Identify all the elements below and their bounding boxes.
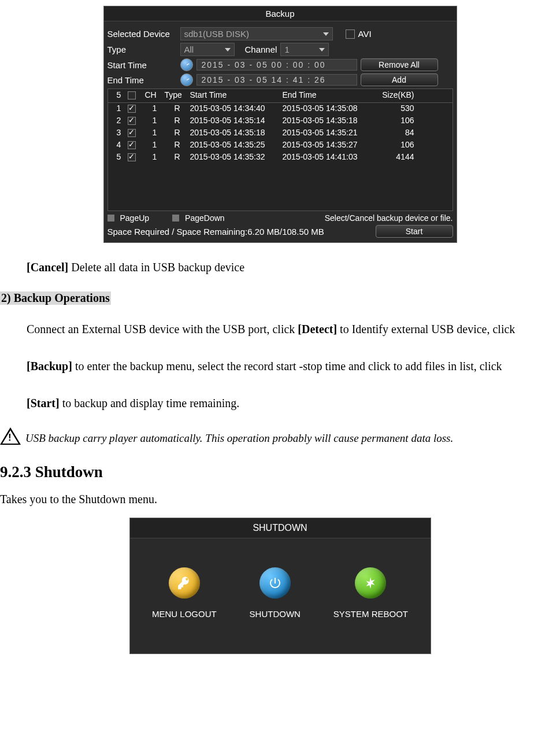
pageup-icon[interactable] <box>107 215 114 222</box>
shutdown-item[interactable]: SHUTDOWN <box>250 567 301 619</box>
start-time-input[interactable]: 2015 - 03 - 05 00 : 00 : 00 <box>196 59 357 71</box>
type-value: All <box>184 45 194 54</box>
cancel-paragraph: [Cancel] Delete all data in USB backup d… <box>27 254 560 280</box>
warning-text: USB backup carry player automatically. T… <box>25 432 453 445</box>
row-size: 106 <box>375 140 421 151</box>
row-size: 84 <box>375 128 421 139</box>
channel-value: 1 <box>284 45 289 54</box>
row-start: 2015-03-05 14:35:18 <box>190 128 283 139</box>
clock-icon <box>180 73 193 86</box>
row-ch: 1 <box>145 104 165 115</box>
pagedown-icon[interactable] <box>172 215 179 222</box>
backup-window: Backup Selected Device sdb1(USB DISK) AV… <box>103 6 457 243</box>
table-row[interactable]: 21R2015-03-05 14:35:142015-03-05 14:35:1… <box>108 115 453 127</box>
shutdown-window: SHUTDOWN MENU LOGOUT SHUTDOWN <box>129 518 431 654</box>
col-ch: CH <box>145 90 165 101</box>
row-type: R <box>165 104 190 115</box>
avi-label: AVI <box>358 29 372 39</box>
row-ch: 1 <box>145 116 165 127</box>
row-idx: 3 <box>110 128 128 139</box>
type-dropdown[interactable]: All <box>180 43 235 56</box>
chevron-down-icon <box>225 48 231 51</box>
row-start: 2015-03-05 14:35:14 <box>190 116 283 127</box>
pagedown-label[interactable]: PageDown <box>185 213 225 223</box>
shutdown-title: SHUTDOWN <box>130 518 431 538</box>
table-row[interactable]: 41R2015-03-05 14:35:252015-03-05 14:35:2… <box>108 139 453 152</box>
row-checkbox[interactable] <box>128 129 136 137</box>
channel-dropdown[interactable]: 1 <box>280 43 329 56</box>
table-row[interactable]: 11R2015-03-05 14:34:402015-03-05 14:35:0… <box>108 103 453 115</box>
col-end: End Time <box>283 90 375 101</box>
hint-text: Select/Cancel backup device or file. <box>325 213 453 223</box>
row-idx: 2 <box>110 116 128 127</box>
row-ch: 1 <box>145 152 165 163</box>
row-end: 2015-03-05 14:35:27 <box>283 140 375 151</box>
pageup-label[interactable]: PageUp <box>120 213 150 223</box>
row-end: 2015-03-05 14:41:03 <box>283 152 375 163</box>
row-ch: 1 <box>145 128 165 139</box>
row-type: R <box>165 128 190 139</box>
row-checkbox[interactable] <box>128 153 136 161</box>
table-row[interactable]: 51R2015-03-05 14:35:322015-03-05 14:41:0… <box>108 152 453 164</box>
end-time-input[interactable]: 2015 - 03 - 05 14 : 41 : 26 <box>196 74 357 86</box>
chevron-down-icon <box>323 32 329 36</box>
row-size: 4144 <box>375 152 421 163</box>
row-end: 2015-03-05 14:35:21 <box>283 128 375 139</box>
row-end: 2015-03-05 14:35:08 <box>283 104 375 115</box>
end-time-label: End Time <box>107 75 177 85</box>
space-label: Space Required / Space Remaining: <box>107 227 248 237</box>
section-2-heading: 2) Backup Operations <box>0 291 111 305</box>
col-size: Size(KB) <box>375 90 421 101</box>
shutdown-paragraph: Takes you to the Shutdown menu. <box>0 493 560 506</box>
para-backup: [Backup] to enter the backup menu, selec… <box>27 353 560 379</box>
type-label: Type <box>107 45 177 54</box>
row-type: R <box>165 152 190 163</box>
warning-line: ! USB backup carry player automatically.… <box>0 427 560 445</box>
row-start: 2015-03-05 14:34:40 <box>190 104 283 115</box>
clock-icon <box>180 58 193 71</box>
table-header: 5 CH Type Start Time End Time Size(KB) <box>108 89 453 103</box>
row-type: R <box>165 116 190 127</box>
add-button[interactable]: Add <box>361 73 438 86</box>
row-type: R <box>165 140 190 151</box>
system-reboot-label: SYSTEM REBOOT <box>333 609 408 619</box>
row-checkbox[interactable] <box>128 105 136 113</box>
system-reboot-item[interactable]: SYSTEM REBOOT <box>333 567 408 619</box>
channel-label: Channel <box>245 45 277 54</box>
selected-device-value: sdb1(USB DISK) <box>184 29 250 39</box>
row-checkbox[interactable] <box>128 141 136 149</box>
selected-device-dropdown[interactable]: sdb1(USB DISK) <box>180 27 333 40</box>
col-count: 5 <box>110 90 128 101</box>
backup-title: Backup <box>104 6 457 21</box>
row-size: 530 <box>375 104 421 115</box>
row-size: 106 <box>375 116 421 127</box>
para-connect: Connect an External USB device with the … <box>27 316 560 342</box>
warning-icon: ! <box>0 427 21 445</box>
col-start: Start Time <box>190 90 283 101</box>
chevron-down-icon <box>319 48 325 51</box>
row-ch: 1 <box>145 140 165 151</box>
menu-logout-label: MENU LOGOUT <box>152 609 217 619</box>
asterisk-icon <box>355 567 386 599</box>
para-start: [Start] to backup and display time remai… <box>27 390 560 416</box>
selected-device-label: Selected Device <box>107 29 177 39</box>
select-all-checkbox[interactable] <box>128 91 136 99</box>
power-icon <box>259 567 291 599</box>
row-end: 2015-03-05 14:35:18 <box>283 116 375 127</box>
key-icon <box>169 567 200 599</box>
backup-table: 5 CH Type Start Time End Time Size(KB) 1… <box>107 88 453 211</box>
row-checkbox[interactable] <box>128 117 136 125</box>
cancel-bold: [Cancel] <box>27 261 71 274</box>
row-start: 2015-03-05 14:35:32 <box>190 152 283 163</box>
remove-all-button[interactable]: Remove All <box>361 58 438 71</box>
table-row[interactable]: 31R2015-03-05 14:35:182015-03-05 14:35:2… <box>108 127 453 139</box>
start-time-label: Start Time <box>107 60 177 70</box>
avi-checkbox[interactable] <box>346 29 355 39</box>
row-idx: 5 <box>110 152 128 163</box>
col-type: Type <box>165 90 190 101</box>
menu-logout-item[interactable]: MENU LOGOUT <box>152 567 217 619</box>
shutdown-label: SHUTDOWN <box>250 609 301 619</box>
row-idx: 4 <box>110 140 128 151</box>
row-idx: 1 <box>110 104 128 115</box>
start-button[interactable]: Start <box>376 225 453 238</box>
